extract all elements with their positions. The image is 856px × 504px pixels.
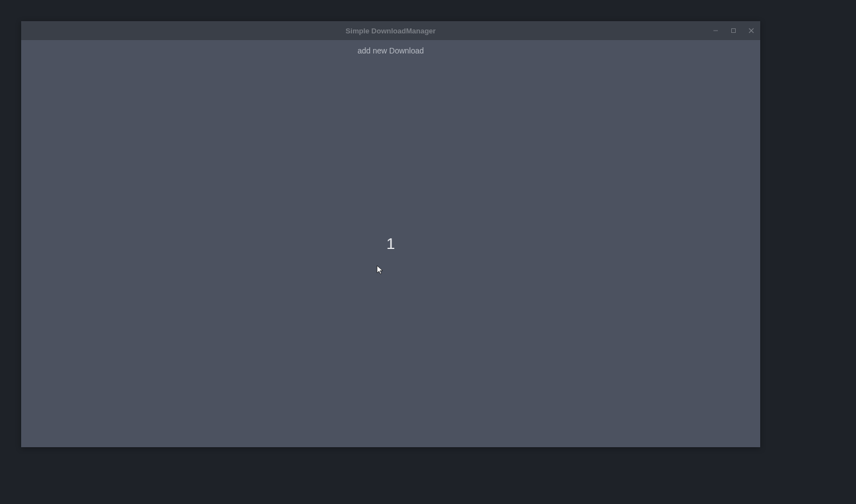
maximize-button[interactable]	[725, 21, 742, 40]
svg-rect-1	[732, 29, 736, 33]
window-controls	[707, 21, 760, 40]
window-title: Simple DownloadManager	[346, 27, 436, 35]
center-counter: 1	[387, 235, 395, 253]
content-area: add new Download 1	[21, 40, 760, 447]
app-window: Simple DownloadManager add new Download …	[21, 21, 760, 447]
maximize-icon	[731, 26, 736, 36]
titlebar[interactable]: Simple DownloadManager	[21, 21, 760, 40]
minimize-button[interactable]	[707, 21, 725, 40]
add-download-button[interactable]: add new Download	[21, 40, 760, 61]
close-icon	[749, 26, 754, 36]
close-button[interactable]	[742, 21, 760, 40]
minimize-icon	[713, 26, 718, 36]
